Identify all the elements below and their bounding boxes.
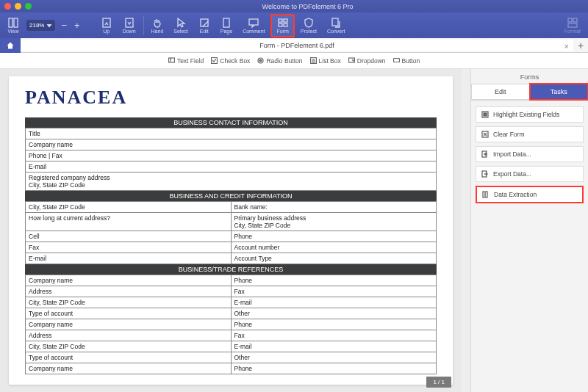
minimize-window-button[interactable] xyxy=(15,3,21,10)
form-cell: Phone xyxy=(231,231,437,242)
convert-tool-button[interactable]: Convert xyxy=(323,14,350,37)
data-extraction-button[interactable]: Data Extraction xyxy=(476,186,584,203)
section-header: BUSINESS AND CREDIT INFORMATION xyxy=(25,191,437,201)
dropdown-icon xyxy=(348,57,355,64)
maximize-window-button[interactable] xyxy=(25,3,32,10)
forms-side-panel: Forms Edit Tasks Highlight Existing Fiel… xyxy=(470,69,588,392)
form-cell: City, State ZIP Code xyxy=(26,341,232,352)
form-cell: Primary business address City, State ZIP… xyxy=(231,213,437,231)
form-cell: Type of account xyxy=(26,352,232,363)
page-icon xyxy=(220,17,232,29)
view-icon xyxy=(7,17,19,29)
document-tab[interactable]: Form - PDFelement 6.pdf × xyxy=(21,40,573,51)
form-cell: Phone xyxy=(231,275,437,286)
button-icon xyxy=(393,57,400,64)
form-cell: How long at current address? xyxy=(26,213,232,231)
comment-tool-button[interactable]: Comment xyxy=(238,14,269,37)
form-cell: Account number xyxy=(231,242,437,253)
page-up-icon xyxy=(101,17,112,29)
svg-rect-11 xyxy=(332,18,338,26)
button-tool[interactable]: Button xyxy=(393,57,420,65)
section3-table: Company namePhone AddressFax City, State… xyxy=(25,275,437,374)
text-field-tool[interactable]: Text Field xyxy=(168,57,204,65)
form-cell: Fax xyxy=(231,286,437,297)
clear-form-button[interactable]: Clear Form xyxy=(476,126,584,142)
radio-button-tool[interactable]: Radio Button xyxy=(257,57,302,65)
panel-tabs: Edit Tasks xyxy=(471,84,588,101)
page-indicator: 1 / 1 xyxy=(426,377,451,388)
list-box-tool[interactable]: List Box xyxy=(310,57,341,65)
form-cell: E-mail xyxy=(26,253,232,264)
panel-title: Forms xyxy=(471,69,588,84)
pdf-page: PANACEA BUSINESS CONTACT INFORMATION Tit… xyxy=(9,76,453,385)
select-tool-button[interactable]: Select xyxy=(169,14,192,37)
zoom-in-button[interactable]: + xyxy=(71,20,83,31)
add-tab-button[interactable]: + xyxy=(573,40,588,51)
format-tool-button[interactable]: Format xyxy=(560,14,585,37)
zoom-out-button[interactable]: − xyxy=(58,20,70,31)
close-tab-button[interactable]: × xyxy=(564,42,569,51)
form-cell: E-mail xyxy=(231,341,437,352)
separator xyxy=(143,16,144,35)
section1-table: Title Company name Phone | Fax E-mail Re… xyxy=(25,128,437,191)
work-area: PANACEA BUSINESS CONTACT INFORMATION Tit… xyxy=(0,69,588,392)
form-cell: Phone xyxy=(231,319,437,330)
svg-rect-3 xyxy=(126,18,133,27)
form-cell: Company name xyxy=(26,319,232,330)
export-data-button[interactable]: Export Data... xyxy=(476,166,584,182)
svg-rect-8 xyxy=(284,19,287,22)
fit-up-button[interactable]: Up xyxy=(96,14,117,37)
svg-rect-9 xyxy=(279,23,282,26)
form-cell: Cell xyxy=(26,231,232,242)
import-data-button[interactable]: Import Data... xyxy=(476,146,584,162)
titlebar: Welcome to PDFelement 6 Pro xyxy=(0,0,588,12)
panel-tab-edit[interactable]: Edit xyxy=(471,84,530,100)
form-cell: Registered company address City, State Z… xyxy=(26,173,437,191)
form-cell: Company name xyxy=(26,275,232,286)
form-cell: E-mail xyxy=(26,161,437,173)
edit-tool-button[interactable]: Edit xyxy=(194,14,215,37)
svg-rect-23 xyxy=(484,113,487,116)
tasks-list: Highlight Existing Fields Clear Form Imp… xyxy=(471,101,588,209)
svg-rect-15 xyxy=(168,58,174,62)
check-box-tool[interactable]: Check Box xyxy=(211,57,250,65)
svg-rect-1 xyxy=(14,18,18,27)
view-button[interactable]: View xyxy=(3,14,24,37)
vertical-scrollbar[interactable] xyxy=(462,69,470,392)
panel-tab-tasks[interactable]: Tasks xyxy=(530,84,589,100)
page-tool-button[interactable]: Page xyxy=(216,14,237,37)
highlight-fields-button[interactable]: Highlight Existing Fields xyxy=(476,106,584,123)
dropdown-tool[interactable]: Dropdown xyxy=(348,57,386,65)
chevron-down-icon xyxy=(46,23,52,29)
form-tool-button[interactable]: Form xyxy=(270,14,294,37)
form-cell: Phone | Fax xyxy=(26,150,437,161)
form-cell: Title xyxy=(26,128,437,139)
svg-rect-14 xyxy=(568,23,577,27)
fit-down-button[interactable]: Down xyxy=(118,14,140,37)
page-down-icon xyxy=(123,17,135,29)
form-cell: Company name xyxy=(26,363,232,374)
section2-table: City, State ZIP CodeBank name: How long … xyxy=(25,201,437,264)
form-cell: Fax xyxy=(231,330,437,341)
radio-icon xyxy=(257,57,264,64)
convert-icon xyxy=(330,17,342,29)
svg-rect-5 xyxy=(223,18,229,27)
export-icon xyxy=(481,170,489,178)
checkbox-icon xyxy=(211,57,218,64)
zoom-level-dropdown[interactable]: 218% xyxy=(26,20,55,31)
svg-rect-13 xyxy=(573,18,577,22)
highlight-icon xyxy=(481,111,489,118)
text-field-icon xyxy=(168,57,175,64)
home-button[interactable] xyxy=(0,38,21,53)
close-window-button[interactable] xyxy=(4,3,11,10)
form-cell: Other xyxy=(231,308,437,319)
form-cell: Bank name: xyxy=(231,202,437,213)
hand-tool-button[interactable]: Hand xyxy=(147,14,168,37)
edit-icon xyxy=(198,17,210,29)
form-fields-toolbar: Text Field Check Box Radio Button List B… xyxy=(0,53,588,69)
import-icon xyxy=(481,150,489,158)
section-header: BUSINESS/TRADE REFERENCES xyxy=(25,264,437,275)
protect-tool-button[interactable]: Protect xyxy=(296,14,321,37)
document-canvas[interactable]: PANACEA BUSINESS CONTACT INFORMATION Tit… xyxy=(0,69,470,392)
window-title: Welcome to PDFelement 6 Pro xyxy=(32,3,584,10)
